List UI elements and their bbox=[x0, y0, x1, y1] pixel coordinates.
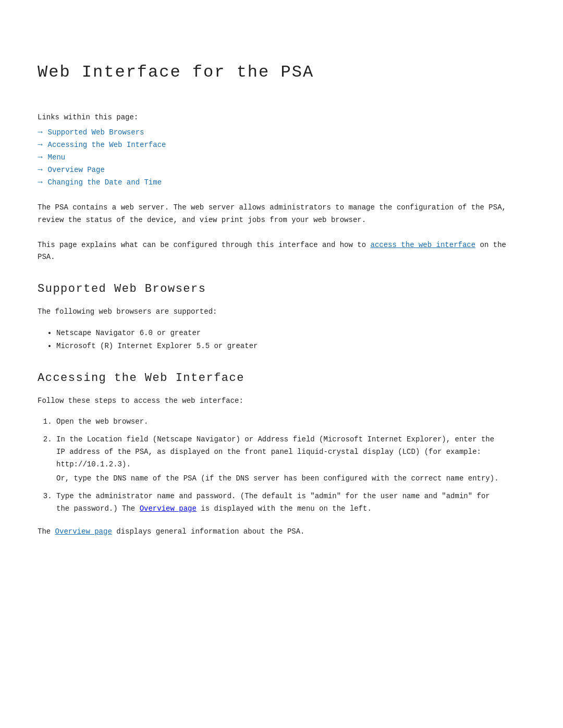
intro-p2-before: This page explains what can be configure… bbox=[38, 241, 371, 249]
list-item: Type the administrator name and password… bbox=[56, 490, 505, 515]
list-item: → Overview Page bbox=[38, 165, 525, 175]
step-2-sub: Or, type the DNS name of the PSA (if the… bbox=[56, 473, 505, 485]
list-item: Microsoft (R) Internet Explorer 5.5 or g… bbox=[56, 340, 525, 353]
link-overview-page[interactable]: Overview Page bbox=[48, 166, 105, 174]
access-web-interface-link[interactable]: access the web interface bbox=[371, 241, 476, 249]
footer-after: displays general information about the P… bbox=[112, 527, 305, 536]
links-label: Links within this page: bbox=[38, 113, 525, 121]
intro-paragraph-1: The PSA contains a web server. The web s… bbox=[38, 202, 507, 227]
arrow-icon: → bbox=[38, 165, 43, 175]
page-title: Web Interface for the PSA bbox=[38, 63, 525, 82]
list-item: Netscape Navigator 6.0 or greater bbox=[56, 327, 525, 340]
intro-paragraph-2: This page explains what can be configure… bbox=[38, 239, 507, 264]
arrow-icon: → bbox=[38, 178, 43, 187]
link-accessing-web-interface[interactable]: Accessing the Web Interface bbox=[48, 141, 166, 149]
accessing-web-interface-heading: Accessing the Web Interface bbox=[38, 372, 525, 385]
section-footer: The Overview page displays general infor… bbox=[38, 526, 507, 538]
overview-page-link-footer[interactable]: Overview page bbox=[55, 527, 112, 536]
arrow-icon: → bbox=[38, 140, 43, 150]
page-links-list: → Supported Web Browsers → Accessing the… bbox=[38, 128, 525, 187]
list-item: → Menu bbox=[38, 153, 525, 162]
link-changing-date-time[interactable]: Changing the Date and Time bbox=[48, 178, 162, 187]
supported-web-browsers-heading: Supported Web Browsers bbox=[38, 282, 525, 295]
list-item: → Changing the Date and Time bbox=[38, 178, 525, 187]
accessing-web-interface-intro: Follow these steps to access the web int… bbox=[38, 395, 507, 408]
overview-page-link-step3[interactable]: Overview page bbox=[140, 504, 197, 513]
list-item: → Accessing the Web Interface bbox=[38, 140, 525, 150]
link-supported-web-browsers[interactable]: Supported Web Browsers bbox=[48, 128, 144, 137]
arrow-icon: → bbox=[38, 153, 43, 162]
list-item: In the Location field (Netscape Navigato… bbox=[56, 434, 505, 485]
step-2-main: In the Location field (Netscape Navigato… bbox=[56, 435, 494, 468]
link-menu[interactable]: Menu bbox=[48, 153, 66, 162]
list-item: Open the web browser. bbox=[56, 416, 505, 428]
step-3-after: is displayed with the menu on the left. bbox=[197, 504, 372, 513]
footer-before: The bbox=[38, 527, 55, 536]
steps-list: Open the web browser. In the Location fi… bbox=[56, 416, 525, 515]
arrow-icon: → bbox=[38, 128, 43, 137]
step-1-text: Open the web browser. bbox=[56, 417, 148, 426]
browsers-list: Netscape Navigator 6.0 or greater Micros… bbox=[56, 327, 525, 353]
supported-browsers-intro: The following web browsers are supported… bbox=[38, 306, 507, 318]
list-item: → Supported Web Browsers bbox=[38, 128, 525, 137]
